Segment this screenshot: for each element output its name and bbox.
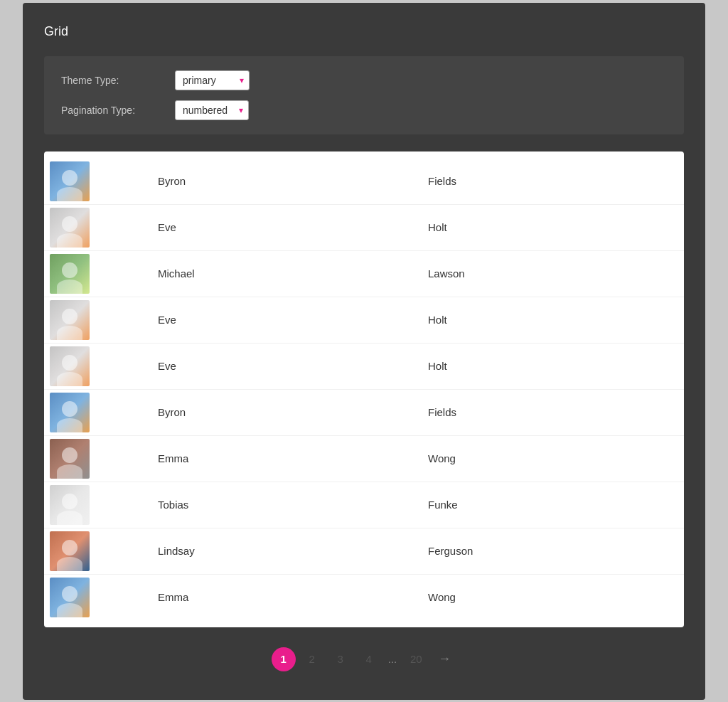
page-button-last[interactable]: 20: [404, 647, 428, 671]
table-row: TobiasFunke: [44, 482, 684, 528]
avatar-cell: [44, 436, 144, 482]
avatar: [50, 208, 90, 248]
avatar-cell: [44, 159, 144, 204]
table-row: EveHolt: [44, 297, 684, 344]
table-row: MichaelLawson: [44, 251, 684, 297]
first-name: Lindsay: [144, 533, 414, 568]
table-row: EmmaWong: [44, 436, 684, 482]
page-button-3[interactable]: 3: [328, 647, 353, 671]
last-name: Holt: [414, 210, 684, 245]
avatar: [50, 254, 90, 294]
last-name: Holt: [414, 302, 684, 337]
last-name: Wong: [414, 441, 684, 476]
avatar-cell: [44, 344, 144, 389]
avatar: [50, 393, 90, 432]
last-name: Ferguson: [414, 533, 684, 568]
first-name: Eve: [144, 349, 414, 383]
avatar: [50, 346, 90, 386]
avatar-cell: [44, 528, 144, 574]
table-row: LindsayFerguson: [44, 528, 684, 575]
pagination-type-row: Pagination Type: numbered simple load-mo…: [61, 100, 667, 120]
page-button-4[interactable]: 4: [357, 647, 381, 671]
last-name: Wong: [414, 580, 684, 615]
page-title: Grid: [44, 24, 684, 39]
avatar-cell: [44, 297, 144, 343]
theme-type-select-wrapper: primary secondary success danger: [175, 70, 250, 90]
theme-type-label: Theme Type:: [61, 75, 175, 86]
table-row: EmmaWong: [44, 575, 684, 620]
first-name: Emma: [144, 580, 414, 615]
page-button-1[interactable]: 1: [272, 647, 296, 671]
table-row: EveHolt: [44, 344, 684, 390]
main-container: Grid Theme Type: primary secondary succe…: [23, 3, 705, 700]
pagination-type-select[interactable]: numbered simple load-more: [175, 100, 249, 120]
avatar: [50, 439, 90, 479]
first-name: Emma: [144, 441, 414, 476]
grid-panel: ByronFieldsEveHoltMichaelLawsonEveHoltEv…: [44, 151, 684, 627]
avatar-cell: [44, 390, 144, 435]
last-name: Holt: [414, 349, 684, 383]
avatar: [50, 531, 90, 571]
avatar: [50, 485, 90, 525]
avatar-cell: [44, 205, 144, 250]
controls-panel: Theme Type: primary secondary success da…: [44, 56, 684, 134]
pagination-next-arrow[interactable]: →: [432, 652, 456, 666]
first-name: Eve: [144, 302, 414, 337]
first-name: Tobias: [144, 487, 414, 522]
avatar: [50, 161, 90, 201]
avatar-cell: [44, 575, 144, 620]
first-name: Byron: [144, 164, 414, 198]
first-name: Eve: [144, 210, 414, 245]
last-name: Fields: [414, 395, 684, 430]
table-row: ByronFields: [44, 159, 684, 205]
page-button-2[interactable]: 2: [300, 647, 324, 671]
table-row: ByronFields: [44, 390, 684, 436]
first-name: Michael: [144, 256, 414, 291]
pagination-ellipsis: ...: [385, 653, 400, 665]
theme-type-row: Theme Type: primary secondary success da…: [61, 70, 667, 90]
avatar: [50, 578, 90, 617]
pagination-type-select-wrapper: numbered simple load-more: [175, 100, 249, 120]
avatar-cell: [44, 251, 144, 297]
last-name: Fields: [414, 164, 684, 198]
last-name: Lawson: [414, 256, 684, 291]
last-name: Funke: [414, 487, 684, 522]
avatar: [50, 300, 90, 340]
first-name: Byron: [144, 395, 414, 430]
theme-type-select[interactable]: primary secondary success danger: [175, 70, 250, 90]
table-row: EveHolt: [44, 205, 684, 251]
avatar-cell: [44, 482, 144, 528]
pagination-type-label: Pagination Type:: [61, 105, 175, 116]
pagination: 1234...20→: [44, 647, 684, 671]
